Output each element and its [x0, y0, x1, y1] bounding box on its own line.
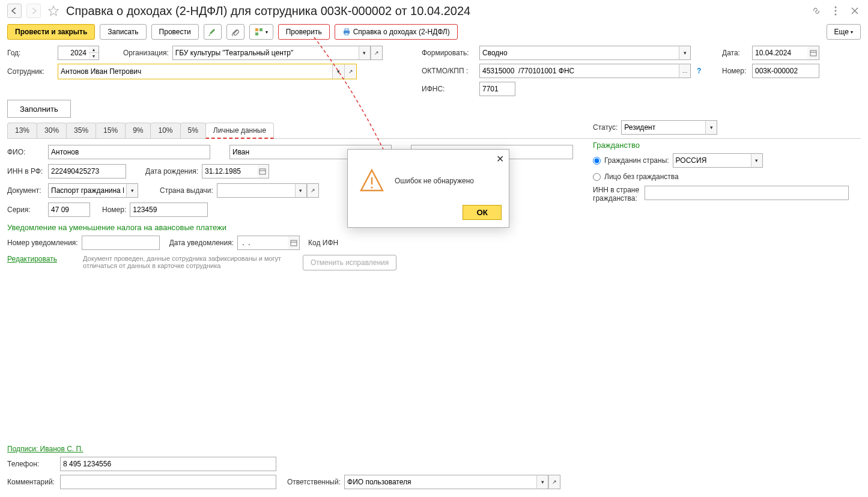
year-label: Год:	[7, 49, 54, 57]
message-dialog: ✕ Ошибок не обнаружено ОК	[347, 149, 509, 228]
calendar-icon	[290, 239, 297, 246]
oktmo-help-icon[interactable]: ?	[697, 67, 701, 75]
tab-30[interactable]: 30%	[37, 123, 67, 138]
calendar-icon	[810, 49, 817, 56]
date-input[interactable]	[752, 46, 807, 60]
stateless-radio[interactable]	[593, 173, 601, 181]
responsible-input[interactable]	[344, 475, 536, 489]
nav-forward-button[interactable]	[26, 4, 41, 18]
dialog-close-icon[interactable]: ✕	[496, 153, 504, 165]
close-window-icon[interactable]	[849, 5, 861, 17]
employee-label: Сотрудник:	[7, 67, 54, 76]
birth-input[interactable]	[202, 164, 257, 178]
notice-date-calendar-btn[interactable]	[288, 236, 300, 250]
date-label: Дата:	[722, 49, 748, 57]
tab-personal[interactable]: Личные данные	[205, 123, 274, 139]
notice-num-label: Номер уведомления:	[7, 239, 78, 247]
number-input[interactable]	[752, 64, 819, 78]
page-title: Справка о доходах (2-НДФЛ) для сотрудник…	[66, 4, 806, 18]
resp-open-btn[interactable]: ↗	[548, 475, 560, 489]
docnum-input[interactable]	[130, 203, 208, 217]
citizenship-title: Гражданство	[593, 141, 857, 150]
org-dropdown-btn[interactable]: ▾	[359, 46, 371, 60]
check-button[interactable]: Проверить	[278, 24, 330, 40]
favorite-star-icon[interactable]	[48, 5, 59, 16]
post-button[interactable]: Провести	[151, 24, 199, 40]
signatures-link[interactable]: Подписи: Иванов С. П.	[7, 445, 83, 453]
link-icon[interactable]	[810, 5, 822, 17]
org-input[interactable]	[172, 46, 359, 60]
svg-rect-3	[255, 28, 258, 31]
dialog-ok-button[interactable]: ОК	[463, 205, 502, 220]
hint-text: Документ проведен, данные сотрудника заф…	[83, 255, 287, 269]
notice-date-input[interactable]	[237, 236, 288, 250]
phone-input[interactable]	[60, 457, 276, 471]
form-label: Формировать:	[422, 49, 476, 57]
fill-button[interactable]: Заполнить	[7, 100, 71, 118]
tab-15[interactable]: 15%	[96, 123, 126, 138]
tab-5[interactable]: 5%	[180, 123, 206, 138]
date-calendar-btn[interactable]	[807, 46, 819, 60]
svg-point-16	[371, 186, 372, 188]
edit-link[interactable]: Редактировать	[7, 255, 79, 263]
lastname-input[interactable]	[48, 145, 210, 159]
inn-label: ИНН в РФ:	[7, 167, 44, 175]
svg-rect-11	[259, 169, 266, 174]
print-cert-button[interactable]: Справка о доходах (2-НДФЛ)	[335, 24, 458, 40]
kebab-menu-icon[interactable]	[830, 5, 842, 17]
citizen-country-dropdown-btn[interactable]: ▾	[751, 153, 763, 168]
oktmo-more-btn[interactable]: …	[679, 64, 691, 78]
series-input[interactable]	[48, 203, 90, 217]
emp-dropdown-btn[interactable]: ▾	[332, 64, 344, 79]
form-dropdown-btn[interactable]: ▾	[679, 46, 691, 60]
status-dropdown-btn[interactable]: ▾	[705, 120, 717, 135]
svg-point-1	[835, 10, 837, 12]
emp-open-btn[interactable]: ↗	[344, 64, 356, 79]
issue-country-open-btn[interactable]: ↗	[307, 183, 319, 198]
notice-num-input[interactable]	[82, 236, 160, 250]
tab-35[interactable]: 35%	[66, 123, 96, 138]
doc-dropdown-btn[interactable]: ▾	[126, 183, 138, 198]
post-and-close-button[interactable]: Провести и закрыть	[7, 24, 95, 40]
issue-country-input[interactable]	[217, 183, 295, 198]
edit-action-button[interactable]	[204, 24, 222, 40]
status-input[interactable]	[621, 120, 705, 135]
doc-input[interactable]	[48, 183, 126, 198]
print-cert-label: Справка о доходах (2-НДФЛ)	[353, 28, 450, 36]
tab-13[interactable]: 13%	[7, 123, 37, 138]
year-spin-down[interactable]: ▼	[89, 53, 99, 59]
citizen-of-radio[interactable]	[593, 157, 601, 165]
year-input[interactable]	[58, 46, 89, 60]
org-open-btn[interactable]: ↗	[371, 46, 383, 60]
citizen-of-label: Гражданин страны:	[604, 156, 669, 165]
oktmo-input[interactable]	[479, 64, 679, 78]
svg-rect-9	[810, 50, 816, 56]
nav-back-button[interactable]	[7, 4, 22, 18]
resp-dropdown-btn[interactable]: ▾	[536, 475, 548, 489]
svg-rect-13	[291, 240, 297, 246]
docnum-label: Номер:	[102, 206, 126, 214]
structure-button[interactable]: ▾	[249, 24, 273, 40]
attachment-button[interactable]	[226, 24, 244, 40]
birth-calendar-btn[interactable]	[257, 164, 269, 178]
svg-rect-4	[259, 28, 263, 31]
issue-country-label: Страна выдачи:	[160, 186, 213, 195]
citizen-country-input[interactable]	[673, 153, 751, 168]
inn-country-input[interactable]	[645, 186, 849, 200]
ifns-input[interactable]	[479, 82, 515, 96]
inn-input[interactable]	[48, 164, 126, 178]
more-button[interactable]: Еще▾	[827, 24, 861, 40]
number-label: Номер:	[722, 67, 748, 75]
employee-input[interactable]	[58, 64, 332, 79]
tab-9[interactable]: 9%	[125, 123, 151, 138]
more-label: Еще	[834, 28, 849, 36]
comment-input[interactable]	[60, 475, 276, 489]
notice-code-label: Код ИФН	[308, 239, 338, 247]
form-input[interactable]	[479, 46, 679, 60]
issue-country-dropdown-btn[interactable]: ▾	[295, 183, 307, 198]
stateless-label: Лицо без гражданства	[604, 172, 679, 181]
tab-10[interactable]: 10%	[150, 123, 180, 138]
save-button[interactable]: Записать	[100, 24, 146, 40]
year-spin-up[interactable]: ▲	[89, 46, 99, 53]
warning-icon	[359, 168, 385, 194]
